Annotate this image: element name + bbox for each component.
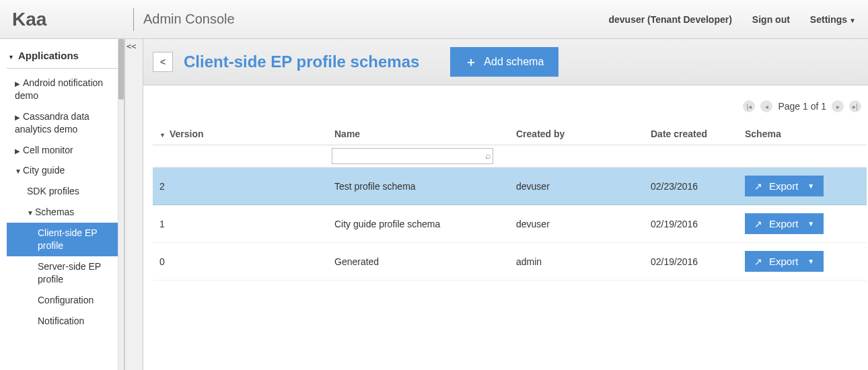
- cell-created_by: devuser: [509, 205, 644, 243]
- cell-schema: ↗Export▼: [738, 243, 867, 281]
- sidebar-item[interactable]: Server-side EP profile: [7, 256, 118, 290]
- brand-separator: [133, 8, 134, 31]
- cell-version: 0: [153, 243, 328, 281]
- column-date-created[interactable]: Date created: [644, 123, 738, 145]
- header-user[interactable]: devuser (Tenant Developer): [609, 14, 732, 25]
- chevron-down-icon: ▼: [807, 258, 814, 265]
- sidebar-item[interactable]: ▼Schemas: [7, 202, 118, 223]
- sidebar-item[interactable]: ▶Android notification demo: [7, 73, 118, 106]
- export-label: Export: [769, 256, 798, 267]
- cell-created_by: admin: [509, 243, 644, 281]
- sidebar-collapse-column: <<: [124, 39, 143, 370]
- export-button[interactable]: ↗Export▼: [745, 251, 824, 272]
- export-label: Export: [769, 180, 798, 192]
- brand-logo: Kaa: [12, 9, 133, 30]
- pager-prev-button[interactable]: ◂: [760, 100, 772, 112]
- sidebar-scrollbar[interactable]: [118, 39, 124, 370]
- chevron-down-icon: ▼: [15, 167, 23, 176]
- sidebar-section-applications[interactable]: Applications: [7, 46, 118, 69]
- header-subtitle: Admin Console: [143, 11, 235, 27]
- sidebar-item-label: City guide: [23, 165, 65, 176]
- pagination: |◂ ◂ Page 1 of 1 ▸ ▸|: [153, 92, 867, 123]
- export-button[interactable]: ↗Export▼: [745, 213, 824, 234]
- pager-first-button[interactable]: |◂: [743, 100, 755, 112]
- collapse-sidebar-button[interactable]: <<: [125, 39, 143, 54]
- sidebar-item[interactable]: Notification: [7, 311, 118, 332]
- filter-icon[interactable]: ⌕: [485, 150, 491, 161]
- sidebar-item-label: Notification: [38, 316, 84, 326]
- sidebar-item[interactable]: SDK profiles: [7, 181, 118, 202]
- sidebar-item-label: Android notification demo: [15, 77, 103, 101]
- export-icon: ↗: [754, 256, 762, 267]
- pager-text: Page 1 of 1: [778, 101, 826, 112]
- export-icon: ↗: [754, 219, 762, 229]
- settings-menu[interactable]: Settings▼: [810, 14, 856, 25]
- cell-created_by: devuser: [509, 168, 644, 205]
- sidebar-item[interactable]: ▶Cell monitor: [7, 140, 118, 161]
- sidebar-item[interactable]: ▼City guide: [7, 160, 118, 181]
- sidebar-item[interactable]: Client-side EP profile: [7, 223, 124, 256]
- sidebar-item-label: Schemas: [35, 207, 74, 217]
- pager-next-button[interactable]: ▸: [832, 100, 844, 112]
- sidebar-item[interactable]: ▶Cassandra data analytics demo: [7, 106, 118, 140]
- cell-name: Generated: [328, 243, 509, 281]
- page-header: < Client-side EP profile schemas ＋ Add s…: [143, 39, 868, 85]
- column-created-by[interactable]: Created by: [509, 123, 644, 145]
- column-version[interactable]: Version: [153, 123, 328, 145]
- plus-icon: ＋: [465, 54, 477, 70]
- cell-schema: ↗Export▼: [738, 205, 867, 243]
- sidebar-item-label: Client-side EP profile: [38, 227, 97, 251]
- sidebar-item-label: Cell monitor: [23, 145, 73, 155]
- cell-date_created: 02/23/2016: [644, 168, 738, 205]
- sidebar-item-label: SDK profiles: [27, 186, 79, 196]
- signout-link[interactable]: Sign out: [752, 14, 790, 25]
- scrollbar-thumb[interactable]: [118, 39, 124, 100]
- export-icon: ↗: [754, 181, 762, 192]
- chevron-right-icon: ▶: [15, 79, 23, 89]
- chevron-down-icon: ▼: [27, 209, 35, 218]
- table-row[interactable]: 0Generatedadmin02/19/2016↗Export▼: [153, 243, 867, 281]
- pager-last-button[interactable]: ▸|: [849, 100, 861, 112]
- add-schema-label: Add schema: [484, 56, 544, 68]
- page-title: Client-side EP profile schemas: [184, 52, 419, 71]
- chevron-down-icon: ▼: [849, 17, 856, 24]
- chevron-right-icon: ▶: [15, 113, 23, 122]
- cell-version: 1: [153, 205, 328, 243]
- column-name[interactable]: Name: [328, 123, 509, 145]
- settings-label: Settings: [810, 14, 847, 25]
- back-button[interactable]: <: [153, 52, 173, 72]
- column-schema[interactable]: Schema: [738, 123, 867, 145]
- cell-name: Test profile schema: [328, 168, 509, 205]
- chevron-down-icon: ▼: [807, 220, 814, 227]
- cell-schema: ↗Export▼: [738, 168, 867, 205]
- add-schema-button[interactable]: ＋ Add schema: [450, 47, 558, 77]
- cell-name: City guide profile schema: [328, 205, 509, 243]
- cell-date_created: 02/19/2016: [644, 205, 738, 243]
- export-button[interactable]: ↗Export▼: [745, 176, 824, 196]
- sidebar-item-label: Configuration: [38, 295, 94, 305]
- name-filter-input[interactable]: [332, 148, 493, 164]
- sidebar: Applications ▶Android notification demo▶…: [0, 39, 124, 370]
- chevron-right-icon: ▶: [15, 147, 23, 156]
- cell-version: 2: [153, 168, 328, 205]
- app-header: Kaa Admin Console devuser (Tenant Develo…: [0, 0, 868, 39]
- export-label: Export: [769, 218, 798, 229]
- chevron-down-icon: ▼: [807, 182, 814, 190]
- sidebar-item-label: Cassandra data analytics demo: [15, 111, 89, 135]
- table-row[interactable]: 2Test profile schemadevuser02/23/2016↗Ex…: [153, 168, 867, 205]
- sidebar-item[interactable]: Configuration: [7, 290, 118, 311]
- table-row[interactable]: 1City guide profile schemadevuser02/19/2…: [153, 205, 867, 243]
- schemas-table: Version Name Created by Date created Sch…: [153, 123, 867, 281]
- cell-date_created: 02/19/2016: [644, 243, 738, 281]
- sidebar-item-label: Server-side EP profile: [38, 261, 101, 285]
